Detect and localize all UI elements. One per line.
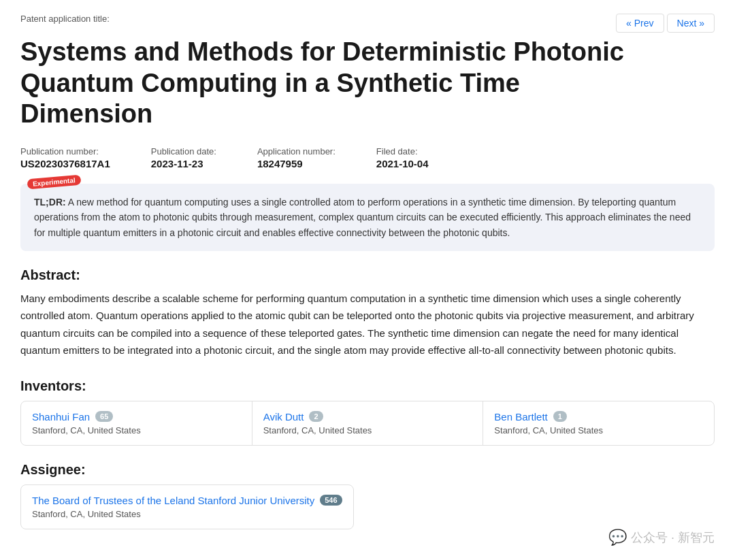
tldr-body: A new method for quantum computing uses … [34, 197, 691, 238]
tldr-text: TL;DR: A new method for quantum computin… [34, 195, 701, 240]
abstract-text: Many embodiments describe a scalable sch… [20, 290, 715, 359]
inventor-location-2: Stanford, CA, United States [494, 425, 703, 435]
inventor-location-0: Stanford, CA, United States [32, 425, 241, 435]
experimental-badge: Experimental [27, 174, 81, 189]
application-number-value: 18247959 [257, 158, 303, 169]
publication-date-label: Publication date: [151, 146, 216, 157]
inventor-location-1: Stanford, CA, United States [263, 425, 472, 435]
abstract-section: Abstract: Many embodiments describe a sc… [20, 267, 715, 359]
assignee-location: Stanford, CA, United States [32, 509, 342, 519]
inventor-count-2: 1 [553, 411, 567, 422]
patent-label: Patent application title: [20, 14, 110, 24]
navigation-buttons: « Prev Next » [616, 14, 715, 33]
patent-title: Systems and Methods for Deterministic Ph… [20, 37, 633, 130]
application-number-label: Application number: [257, 146, 336, 157]
inventor-card-2: Ben Bartlett 1 Stanford, CA, United Stat… [483, 401, 714, 445]
tldr-label: TL;DR: [34, 197, 66, 208]
abstract-heading: Abstract: [20, 267, 715, 283]
assignee-count: 546 [320, 495, 342, 506]
inventor-count-0: 65 [95, 411, 113, 422]
publication-number: Publication number: US20230376817A1 [20, 146, 110, 170]
filed-date: Filed date: 2021-10-04 [376, 146, 429, 170]
inventor-name-link-2[interactable]: Ben Bartlett [494, 411, 547, 423]
inventor-card-1: Avik Dutt 2 Stanford, CA, United States [252, 401, 484, 445]
assignee-card: The Board of Trustees of the Leland Stan… [20, 484, 354, 529]
inventor-name-link-0[interactable]: Shanhui Fan [32, 411, 90, 423]
filed-date-label: Filed date: [376, 146, 429, 157]
inventors-grid: Shanhui Fan 65 Stanford, CA, United Stat… [20, 401, 715, 446]
application-number: Application number: 18247959 [257, 146, 336, 170]
watermark: 💬 公众号 · 新智元 [608, 529, 715, 546]
inventor-name-link-1[interactable]: Avik Dutt [263, 411, 304, 423]
publication-number-value: US20230376817A1 [20, 158, 110, 169]
watermark-text: 公众号 · 新智元 [631, 529, 715, 546]
inventors-section: Inventors: Shanhui Fan 65 Stanford, CA, … [20, 378, 715, 446]
inventor-card-0: Shanhui Fan 65 Stanford, CA, United Stat… [21, 401, 252, 445]
meta-section: Publication number: US20230376817A1 Publ… [20, 146, 715, 170]
next-button[interactable]: Next » [667, 14, 715, 33]
publication-number-label: Publication number: [20, 146, 110, 157]
assignee-name-link[interactable]: The Board of Trustees of the Leland Stan… [32, 495, 314, 506]
prev-button[interactable]: « Prev [616, 14, 664, 33]
inventors-heading: Inventors: [20, 378, 715, 394]
wechat-icon: 💬 [608, 529, 627, 546]
publication-date: Publication date: 2023-11-23 [151, 146, 216, 170]
tldr-section: Experimental TL;DR: A new method for qua… [20, 184, 715, 251]
filed-date-value: 2021-10-04 [376, 158, 429, 169]
publication-date-value: 2023-11-23 [151, 158, 203, 169]
assignee-heading: Assignee: [20, 462, 715, 478]
assignee-section: Assignee: The Board of Trustees of the L… [20, 462, 715, 529]
inventor-count-1: 2 [309, 411, 323, 422]
